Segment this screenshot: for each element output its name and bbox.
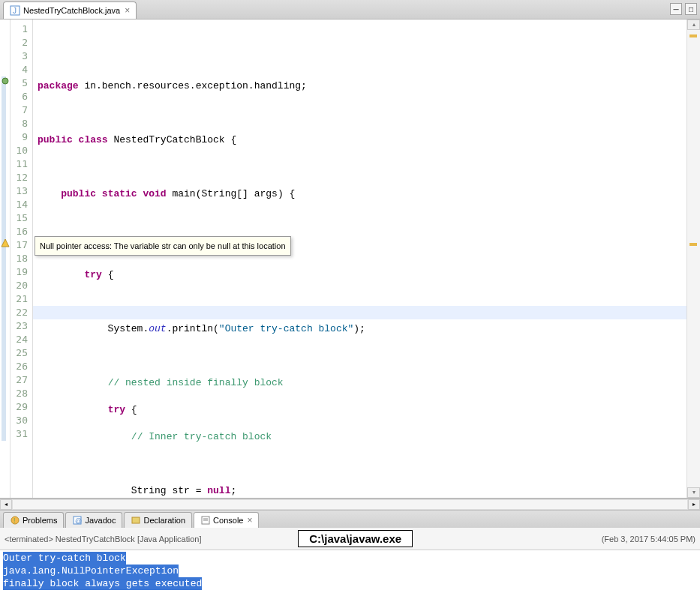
svg-text:!: !	[14, 517, 16, 524]
code-area[interactable]: Null pointer access: The variable str ca…	[33, 19, 686, 498]
line-number-gutter: 1234567891011121314151617181920212223242…	[11, 19, 33, 498]
scroll-up-icon[interactable]: ▴	[687, 19, 700, 30]
console-toolbar: <terminated> NestedTryCatchBlock [Java A…	[0, 528, 700, 550]
console-icon	[200, 515, 211, 526]
svg-text:J: J	[13, 7, 17, 15]
svg-marker-3	[2, 239, 9, 247]
method-marker-icon[interactable]	[1, 76, 10, 86]
tab-label: Problems	[23, 516, 57, 525]
svg-rect-8	[132, 517, 140, 523]
tab-label: Console	[213, 516, 243, 525]
tab-bar-controls: ─ □	[670, 3, 697, 15]
ruler-warning-mark[interactable]	[689, 34, 697, 37]
console-executable: C:\java\javaw.exe	[298, 530, 413, 547]
warning-tooltip: Null pointer access: The variable str ca…	[35, 236, 291, 256]
horizontal-scrollbar[interactable]: ◂ ▸	[0, 499, 700, 510]
minimize-icon[interactable]: ─	[670, 3, 682, 15]
warning-marker-icon[interactable]	[1, 238, 10, 248]
tab-label: Declaration	[143, 516, 185, 525]
console-status: <terminated> NestedTryCatchBlock [Java A…	[5, 535, 202, 544]
tab-javadoc[interactable]: @ Javadoc	[65, 512, 122, 528]
declaration-icon	[131, 515, 141, 526]
scroll-left-icon[interactable]: ◂	[0, 499, 12, 510]
svg-text:@: @	[75, 517, 82, 525]
gutter-annotations	[0, 19, 11, 498]
tab-label: Javadoc	[85, 516, 116, 525]
editor-tab-label: NestedTryCatchBlock.java	[23, 6, 120, 15]
overview-ruler[interactable]: ▴ ▾	[686, 19, 700, 498]
panel-tab-bar: ! Problems @ Javadoc Declaration Console…	[0, 510, 700, 528]
javadoc-icon: @	[72, 515, 83, 526]
close-tab-icon[interactable]: ×	[125, 5, 130, 16]
problems-icon: !	[10, 515, 20, 526]
editor-tab-bar: J NestedTryCatchBlock.java × ─ □	[0, 0, 700, 19]
maximize-icon[interactable]: □	[685, 3, 697, 15]
editor-tab-active[interactable]: J NestedTryCatchBlock.java ×	[3, 1, 137, 19]
svg-point-2	[2, 78, 8, 84]
scroll-right-icon[interactable]: ▸	[688, 499, 700, 510]
ruler-warning-mark[interactable]	[689, 243, 697, 246]
close-panel-icon[interactable]: ×	[247, 515, 252, 526]
editor: 1234567891011121314151617181920212223242…	[0, 19, 700, 499]
console-timestamp: (Feb 3, 2017 5:44:05 PM)	[602, 535, 695, 544]
tab-problems[interactable]: ! Problems	[3, 512, 64, 528]
console-output[interactable]: Outer try-catch blockjava.lang.NullPoint…	[0, 550, 700, 599]
scroll-down-icon[interactable]: ▾	[687, 487, 700, 498]
tab-console[interactable]: Console ×	[194, 512, 259, 528]
tab-declaration[interactable]: Declaration	[124, 512, 192, 528]
java-file-icon: J	[10, 5, 20, 16]
scroll-track[interactable]	[12, 499, 688, 510]
